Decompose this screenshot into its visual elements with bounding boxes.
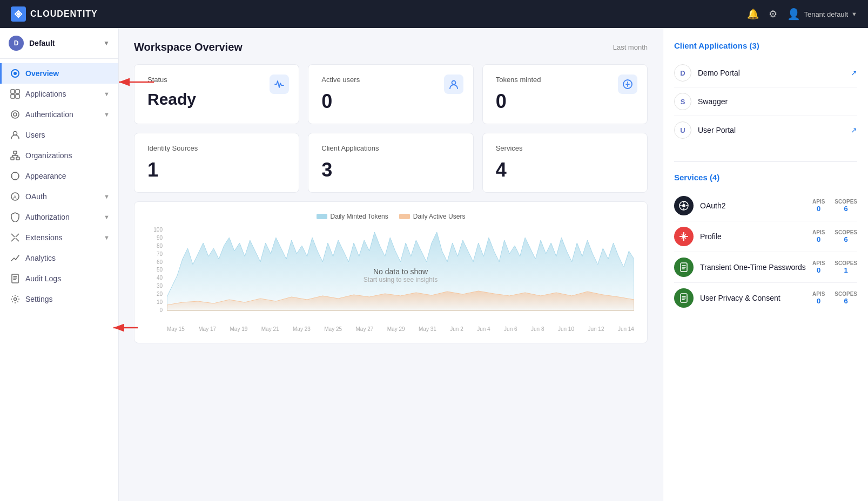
- oauth-chevron-icon: ▼: [104, 193, 110, 200]
- sidebar-item-authorization[interactable]: Authorization ▼: [0, 207, 118, 227]
- sidebar-item-organizations[interactable]: Organizations: [0, 145, 118, 166]
- logo-icon: [11, 6, 26, 22]
- service-stats-oauth2: APIS 0 SCOPES 6: [812, 199, 857, 213]
- app-link-user-portal[interactable]: ↗: [851, 126, 857, 134]
- overview-icon: [10, 69, 20, 78]
- client-applications-label: Client Applications: [321, 144, 460, 152]
- svg-rect-17: [12, 274, 18, 283]
- sidebar-item-oauth[interactable]: A OAuth ▼: [0, 186, 118, 207]
- active-users-card-value: 0: [321, 90, 460, 113]
- app-item-user-portal[interactable]: U User Portal ↗: [674, 116, 857, 144]
- sidebar-item-settings[interactable]: Settings: [0, 289, 118, 309]
- legend-dot-users: [399, 214, 410, 219]
- svg-rect-5: [16, 90, 19, 93]
- svg-rect-7: [16, 94, 19, 98]
- client-apps-section: Client Applications (3) D Demo Portal ↗ …: [674, 41, 857, 144]
- svg-text:A: A: [14, 194, 17, 200]
- client-applications-card[interactable]: Client Applications 3: [308, 133, 473, 193]
- service-scopes-profile: SCOPES 6: [835, 229, 857, 243]
- service-icon-totp: [674, 258, 694, 277]
- services-section: Services (4) OAuth2 APIS 0 SCOPES 6: [674, 173, 857, 313]
- analytics-icon: [10, 253, 20, 263]
- settings-icon[interactable]: ⚙: [769, 8, 777, 20]
- chart-y-labels: 100 90 80 70 60 50 40 30 20 10 0: [147, 227, 163, 313]
- sidebar-item-label-audit-logs: Audit Logs: [25, 274, 110, 283]
- service-name-profile: Profile: [700, 232, 812, 241]
- status-card-value: Ready: [147, 90, 286, 109]
- legend-item-users: Daily Active Users: [399, 213, 466, 220]
- sidebar-item-label-overview: Overview: [25, 69, 110, 78]
- services-label: Services: [496, 144, 634, 152]
- svg-rect-11: [14, 151, 17, 154]
- users-icon: [10, 130, 20, 140]
- tenant-chevron-icon: ▼: [851, 11, 857, 17]
- service-item-privacy[interactable]: User Privacy & Consent APIS 0 SCOPES 6: [674, 283, 857, 313]
- authorization-icon: [10, 212, 20, 222]
- service-apis-privacy: APIS 0: [812, 291, 825, 305]
- sidebar-item-label-settings: Settings: [25, 295, 110, 303]
- legend-item-tokens: Daily Minted Tokens: [317, 213, 388, 220]
- app-link-demo-portal[interactable]: ↗: [851, 69, 857, 77]
- brand-logo[interactable]: CLOUDENTITY: [11, 6, 98, 22]
- app-item-swagger[interactable]: S Swagger: [674, 87, 857, 116]
- main-layout: D Default ▼ Overview Applications ▼: [0, 28, 868, 501]
- service-scopes-totp: SCOPES 1: [835, 260, 857, 274]
- sidebar-item-analytics[interactable]: Analytics: [0, 248, 118, 268]
- settings-nav-icon: [10, 294, 20, 304]
- workspace-selector[interactable]: D Default ▼: [0, 28, 118, 59]
- panel-divider: [674, 161, 857, 162]
- page-meta: Last month: [613, 43, 648, 51]
- svg-point-19: [452, 81, 455, 85]
- sidebar-item-appearance[interactable]: Appearance: [0, 166, 118, 186]
- client-apps-title: Client Applications (3): [674, 41, 857, 50]
- sidebar: D Default ▼ Overview Applications ▼: [0, 28, 119, 501]
- sidebar-item-audit-logs[interactable]: Audit Logs: [0, 268, 118, 289]
- top-cards-row: Status Ready Active users 0 Tokens minte…: [134, 64, 648, 124]
- service-apis-totp: APIS 0: [812, 260, 825, 274]
- service-item-oauth2[interactable]: OAuth2 APIS 0 SCOPES 6: [674, 191, 857, 221]
- sidebar-item-label-users: Users: [25, 131, 110, 139]
- sidebar-item-users[interactable]: Users: [0, 125, 118, 145]
- sidebar-item-applications[interactable]: Applications ▼: [0, 84, 118, 104]
- client-applications-value: 3: [321, 159, 460, 181]
- legend-dot-tokens: [317, 214, 327, 219]
- sidebar-item-overview[interactable]: Overview: [0, 63, 118, 84]
- chart-x-labels: May 15 May 17 May 19 May 21 May 23 May 2…: [167, 326, 634, 332]
- svg-point-3: [14, 72, 17, 75]
- status-card: Status Ready: [134, 64, 299, 124]
- svg-point-21: [682, 204, 685, 207]
- service-item-totp[interactable]: Transient One-Time Passwords APIS 0 SCOP…: [674, 252, 857, 283]
- workspace-name: Default: [29, 39, 55, 48]
- services-title: Services (4): [674, 173, 857, 182]
- sidebar-item-label-oauth: OAuth: [25, 192, 98, 201]
- services-card[interactable]: Services 4: [482, 133, 648, 193]
- active-users-card-icon: [444, 75, 463, 94]
- right-panel: Client Applications (3) D Demo Portal ↗ …: [663, 28, 868, 501]
- organizations-icon: [10, 151, 20, 160]
- service-apis-profile: APIS 0: [812, 229, 825, 243]
- tenant-label: Tenant default: [804, 10, 848, 18]
- main-content: Workspace Overview Last month Status Rea…: [119, 28, 663, 501]
- tenant-selector[interactable]: 👤 Tenant default ▼: [787, 8, 857, 21]
- app-name-demo-portal: Demo Portal: [698, 69, 851, 77]
- svg-rect-6: [11, 94, 15, 98]
- service-item-profile[interactable]: Profile APIS 0 SCOPES 6: [674, 221, 857, 252]
- notifications-icon[interactable]: 🔔: [747, 8, 759, 20]
- sidebar-item-label-authorization: Authorization: [25, 213, 98, 221]
- legend-label-users: Daily Active Users: [413, 213, 466, 220]
- page-title: Workspace Overview: [134, 41, 243, 53]
- identity-sources-card[interactable]: Identity Sources 1: [134, 133, 299, 193]
- app-name-user-portal: User Portal: [698, 126, 851, 134]
- app-item-demo-portal[interactable]: D Demo Portal ↗: [674, 59, 857, 87]
- app-avatar-swagger: S: [674, 93, 691, 110]
- app-avatar-demo-portal: D: [674, 64, 691, 82]
- extensions-icon: [10, 233, 20, 242]
- active-users-card: Active users 0: [308, 64, 473, 124]
- svg-point-8: [11, 111, 19, 118]
- services-value: 4: [496, 159, 634, 181]
- sidebar-item-authentication[interactable]: Authentication ▼: [0, 104, 118, 125]
- sidebar-item-extensions[interactable]: Extensions ▼: [0, 227, 118, 248]
- legend-label-tokens: Daily Minted Tokens: [331, 213, 388, 220]
- services-count: (4): [710, 173, 719, 182]
- oauth-icon: A: [10, 192, 20, 201]
